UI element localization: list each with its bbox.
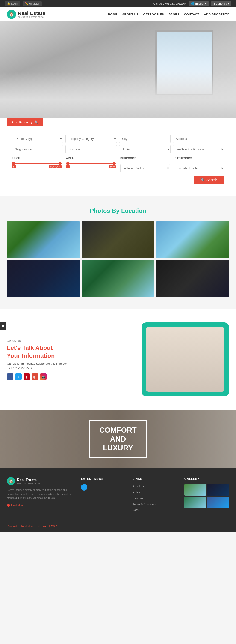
hero-background bbox=[0, 21, 236, 118]
footer-link-faqs-anchor[interactable]: FAQs bbox=[133, 509, 140, 512]
search-row-1: Property Type Property Category bbox=[12, 135, 224, 143]
neighborhood-input[interactable] bbox=[12, 145, 63, 153]
price-slider-track bbox=[12, 163, 61, 164]
bedrooms-label: BEDROOMS bbox=[120, 157, 170, 160]
navbar: 🏠 Real Estate search your dream home HOM… bbox=[0, 8, 236, 21]
googleplus-icon[interactable]: g+ bbox=[32, 374, 38, 380]
area-label: AREA bbox=[66, 157, 116, 160]
brand-tagline: search your dream home bbox=[18, 16, 45, 18]
contact-heading: Let's Talk About Your Information bbox=[7, 344, 128, 360]
property-category-select[interactable]: Property Category bbox=[65, 135, 117, 143]
price-slider-thumb-max[interactable] bbox=[58, 162, 61, 165]
footer-read-more[interactable]: 🔴 Read More bbox=[7, 504, 23, 507]
footer-links-col: LINKS About Us Policy Services Terms & C… bbox=[133, 477, 178, 514]
footer-link-terms: Terms & Conditions bbox=[133, 502, 178, 506]
footer-links-title: LINKS bbox=[133, 477, 178, 480]
bedrooms-select[interactable]: --Select Bedroo bbox=[120, 164, 170, 172]
contact-image-wrapper bbox=[142, 322, 229, 396]
area-slider-track bbox=[66, 163, 116, 164]
contact-us-label: Contact us bbox=[7, 339, 128, 342]
share-widget[interactable]: ⇄ bbox=[0, 322, 6, 330]
photo-item-1[interactable] bbox=[7, 221, 80, 258]
gallery-thumb-2[interactable] bbox=[207, 484, 229, 496]
top-bar: 🔒 Login ✏️ Register Call Us : +91 181-50… bbox=[0, 0, 236, 8]
footer-logo-icon: 🏠 bbox=[7, 477, 15, 485]
area-min: 1 bbox=[66, 165, 70, 168]
footer-logo: 🏠 Real Estate search your dream home bbox=[7, 477, 74, 485]
photo-item-2[interactable] bbox=[82, 221, 154, 258]
footer-news-col: LATEST NEWS t bbox=[81, 477, 126, 514]
footer-brand: Real Estate bbox=[17, 478, 40, 482]
footer-top: 🏠 Real Estate search your dream home Lor… bbox=[7, 477, 229, 514]
call-info: Call Us : +91 181-5012104 bbox=[154, 2, 187, 5]
zip-input[interactable] bbox=[65, 145, 117, 153]
footer-gallery-title: GALLERY bbox=[184, 477, 229, 480]
pinterest-icon[interactable]: p bbox=[23, 374, 30, 380]
footer-bottom: Powered By Realestone Real Estate © 2022 bbox=[7, 521, 229, 528]
nav-add-property[interactable]: ADD PROPERTY bbox=[204, 13, 229, 16]
hero-couch-decor bbox=[0, 72, 236, 118]
price-slider-thumb-min[interactable] bbox=[12, 162, 15, 165]
price-label: PRICE: bbox=[12, 157, 61, 160]
nav-categories[interactable]: CATEGORIES bbox=[143, 13, 164, 16]
facebook-icon[interactable]: f bbox=[7, 374, 13, 380]
photo-item-4[interactable] bbox=[7, 260, 80, 297]
nav-about[interactable]: ABOUT US bbox=[122, 13, 139, 16]
gallery-thumb-4[interactable] bbox=[207, 497, 229, 508]
footer-link-terms-anchor[interactable]: Terms & Conditions bbox=[133, 503, 157, 506]
photo-item-3[interactable] bbox=[156, 221, 229, 258]
nav-home[interactable]: HOME bbox=[108, 13, 118, 16]
footer-brand-link: Realestone bbox=[21, 525, 34, 528]
bathrooms-select[interactable]: ---Select Bathroc bbox=[175, 164, 225, 172]
find-property-tab[interactable]: Find Property 🔍 bbox=[7, 118, 43, 126]
photos-section-title: Photos By Location bbox=[7, 207, 229, 214]
photos-section: Photos By Location bbox=[0, 196, 236, 308]
gallery-thumb-1[interactable] bbox=[184, 484, 206, 496]
city-input[interactable] bbox=[119, 135, 171, 143]
footer-link-about-anchor[interactable]: About Us bbox=[133, 485, 144, 488]
photo-item-5[interactable] bbox=[82, 260, 154, 297]
footer-link-about: About Us bbox=[133, 484, 178, 488]
footer-link-faqs: FAQs bbox=[133, 508, 178, 512]
nav-contact[interactable]: CONTACT bbox=[184, 13, 199, 16]
footer-link-services-anchor[interactable]: Services bbox=[133, 497, 143, 500]
price-slider-fill bbox=[12, 163, 61, 164]
contact-section: Contact us Let's Talk About Your Informa… bbox=[0, 308, 236, 410]
bedrooms-group: BEDROOMS --Select Bedroo bbox=[120, 157, 170, 172]
nav-links: HOME ABOUT US CATEGORIES PAGES CONTACT A… bbox=[108, 13, 229, 16]
area-slider-thumb-max[interactable] bbox=[112, 162, 116, 165]
search-button[interactable]: 🔍 Search bbox=[194, 176, 224, 184]
footer-gallery-col: GALLERY bbox=[184, 477, 229, 514]
currency-button[interactable]: $ Currency ▾ bbox=[211, 2, 232, 6]
hero-section bbox=[0, 21, 236, 118]
register-button[interactable]: ✏️ Register bbox=[22, 2, 42, 6]
nav-pages[interactable]: PAGES bbox=[169, 13, 180, 16]
instagram-icon[interactable]: 📷 bbox=[40, 374, 46, 380]
options-select[interactable]: ----Select options---- bbox=[173, 145, 224, 153]
top-bar-left: 🔒 Login ✏️ Register bbox=[4, 2, 42, 6]
bathrooms-group: BATHROOMS ---Select Bathroc bbox=[175, 157, 225, 172]
area-slider-fill bbox=[66, 163, 116, 164]
property-type-select[interactable]: Property Type bbox=[12, 135, 63, 143]
gallery-thumb-3[interactable] bbox=[184, 497, 206, 508]
search-btn-row: 🔍 Search bbox=[12, 176, 224, 184]
country-select[interactable]: India bbox=[119, 145, 171, 153]
slider-section: PRICE: $1 $1,500,121 AREA bbox=[12, 157, 224, 172]
language-button[interactable]: 🌐 English ▾ bbox=[189, 2, 209, 6]
address-input[interactable] bbox=[173, 135, 224, 143]
twitter-icon[interactable]: t bbox=[15, 374, 22, 380]
comfort-text-box: COMFORT AND LUXURY bbox=[89, 420, 147, 458]
login-button[interactable]: 🔒 Login bbox=[4, 2, 20, 6]
footer-about-col: 🏠 Real Estate search your dream home Lor… bbox=[7, 477, 74, 514]
logo-icon: 🏠 bbox=[7, 10, 16, 19]
photos-highlight: Location bbox=[121, 207, 146, 214]
footer-link-policy: Policy bbox=[133, 490, 178, 494]
area-slider-thumb-min[interactable] bbox=[66, 162, 69, 165]
comfort-section: COMFORT AND LUXURY bbox=[0, 410, 236, 468]
photo-item-6[interactable] bbox=[156, 260, 229, 297]
footer-link-policy-anchor[interactable]: Policy bbox=[133, 491, 140, 494]
contact-support-text: Call us for Immediate Support to this Nu… bbox=[7, 362, 128, 366]
contact-phone: +91 161-12563589 bbox=[7, 366, 128, 370]
share-icon: ⇄ bbox=[2, 324, 4, 328]
photo-grid bbox=[7, 221, 229, 297]
